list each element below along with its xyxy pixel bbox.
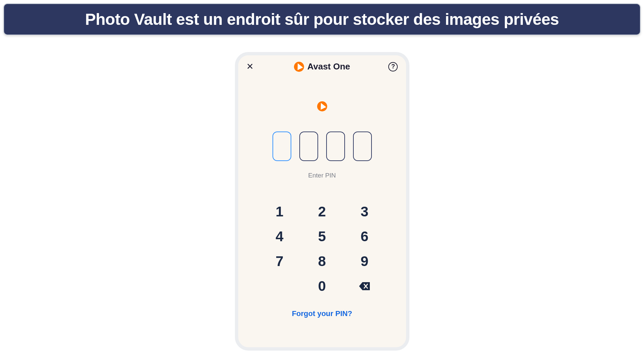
caption-banner: Photo Vault est un endroit sûr pour stoc…: [3, 3, 641, 35]
help-icon[interactable]: ?: [388, 62, 398, 71]
app-logo-title: Avast One: [294, 61, 350, 72]
keypad-empty: [258, 274, 301, 299]
forgot-pin-link[interactable]: Forgot your PIN?: [248, 309, 396, 318]
pin-input-row: [248, 132, 396, 161]
keypad-3[interactable]: 3: [343, 199, 386, 224]
numeric-keypad: 1 2 3 4 5 6 7 8 9 0: [258, 199, 386, 299]
keypad-6[interactable]: 6: [343, 224, 386, 249]
keypad-1[interactable]: 1: [258, 199, 301, 224]
keypad-5[interactable]: 5: [301, 224, 343, 249]
keypad-0[interactable]: 0: [301, 274, 343, 299]
keypad-backspace[interactable]: [343, 274, 386, 299]
phone-screen: ✕ Avast One ? Enter PIN 1 2 3 4 5 6 7 8 …: [235, 52, 409, 351]
caption-text: Photo Vault est un endroit sûr pour stoc…: [14, 10, 630, 29]
pin-digit-3[interactable]: [326, 132, 345, 161]
app-header: ✕ Avast One ?: [238, 55, 406, 78]
backspace-icon: [358, 281, 370, 291]
keypad-4[interactable]: 4: [258, 224, 301, 249]
avast-logo-icon: [294, 62, 304, 72]
pin-digit-2[interactable]: [299, 132, 318, 161]
close-icon[interactable]: ✕: [246, 61, 256, 72]
pin-digit-4[interactable]: [353, 132, 372, 161]
keypad-2[interactable]: 2: [301, 199, 343, 224]
enter-pin-label: Enter PIN: [248, 172, 396, 179]
pin-content: Enter PIN 1 2 3 4 5 6 7 8 9 0 Forgot you…: [238, 78, 406, 325]
app-title: Avast One: [307, 61, 350, 72]
pin-digit-1[interactable]: [273, 132, 291, 161]
avast-small-logo-icon: [317, 101, 327, 111]
keypad-8[interactable]: 8: [301, 249, 343, 274]
keypad-9[interactable]: 9: [343, 249, 386, 274]
keypad-7[interactable]: 7: [258, 249, 301, 274]
